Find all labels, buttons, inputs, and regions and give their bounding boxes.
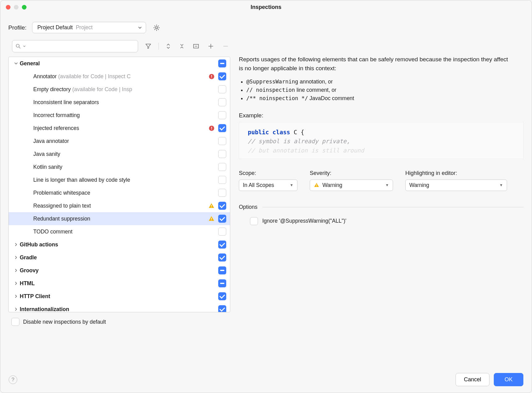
- disclosure-icon: [12, 281, 20, 286]
- inspection-checkbox[interactable]: [218, 150, 226, 158]
- chevron-down-icon: [23, 45, 26, 48]
- search-icon: [15, 43, 21, 49]
- tree-item[interactable]: Incorrect formatting: [9, 109, 230, 122]
- disclosure-icon: [12, 268, 20, 273]
- chevron-down-icon: ▼: [290, 183, 293, 187]
- inspection-checkbox[interactable]: [218, 305, 226, 312]
- inspection-checkbox[interactable]: [218, 176, 226, 184]
- ignore-all-checkbox[interactable]: [250, 217, 258, 225]
- maximize-window-button[interactable]: [22, 5, 27, 10]
- tree-item[interactable]: Empty directory (available for Code | In…: [9, 83, 230, 96]
- highlight-select[interactable]: Warning ▼: [405, 180, 507, 191]
- highlight-label: Highlighting in editor:: [405, 170, 507, 176]
- tree-item-label: Java sanity: [33, 151, 215, 157]
- inspection-checkbox[interactable]: [218, 292, 226, 300]
- inspection-checkbox[interactable]: [218, 124, 226, 132]
- expand-all-button[interactable]: [164, 42, 172, 50]
- tree-item[interactable]: Line is longer than allowed by code styl…: [9, 173, 230, 186]
- svg-rect-5: [211, 77, 212, 78]
- inspection-description: Reports usages of the following elements…: [239, 55, 510, 73]
- minimize-window-button: [14, 5, 18, 10]
- gear-icon: [153, 24, 160, 31]
- search-input[interactable]: [12, 40, 138, 52]
- inspection-checkbox[interactable]: [218, 241, 226, 249]
- profile-settings-button[interactable]: [152, 23, 162, 33]
- tree-item[interactable]: Problematic whitespace: [9, 186, 230, 199]
- inspection-checkbox[interactable]: [218, 253, 226, 261]
- tree-item[interactable]: Injected references: [9, 122, 230, 135]
- scope-select[interactable]: In All Scopes ▼: [239, 180, 297, 191]
- tree-item-label: Annotator (available for Code | Inspect …: [33, 73, 209, 80]
- tree-item[interactable]: Kotlin sanity: [9, 160, 230, 173]
- tree-item-label: Line is longer than allowed by code styl…: [33, 177, 215, 183]
- close-window-button[interactable]: [6, 5, 10, 10]
- filter-button[interactable]: [144, 42, 153, 50]
- tree-item[interactable]: Inconsistent line separators: [9, 96, 230, 109]
- minus-icon: [222, 43, 229, 50]
- help-button[interactable]: ?: [9, 375, 17, 384]
- tree-item[interactable]: TODO comment: [9, 225, 230, 238]
- tree-group-label: Groovy: [20, 267, 215, 274]
- tree-item[interactable]: Redundant suppression: [9, 212, 230, 225]
- inspection-bullets: @SuppressWarning annotation, or// noinsp…: [239, 73, 524, 102]
- inspection-checkbox[interactable]: [218, 279, 226, 287]
- tree-group-label: GitHub actions: [20, 241, 215, 248]
- disable-new-inspections-checkbox[interactable]: [11, 318, 19, 326]
- inspection-checkbox[interactable]: [218, 111, 226, 119]
- collapse-all-button[interactable]: [178, 42, 186, 50]
- tree-group[interactable]: General: [9, 57, 230, 70]
- tree-group[interactable]: Internationalization: [9, 303, 230, 312]
- tree-group[interactable]: HTML: [9, 277, 230, 290]
- cancel-button[interactable]: Cancel: [456, 373, 489, 386]
- add-button[interactable]: [206, 42, 215, 50]
- tree-item[interactable]: Reassigned to plain text: [9, 199, 230, 212]
- tree-group-label: Internationalization: [20, 306, 215, 313]
- inspection-checkbox[interactable]: [218, 72, 226, 80]
- expand-icon: [166, 43, 171, 50]
- reset-button[interactable]: [191, 42, 201, 50]
- profile-subvalue: Project: [76, 24, 92, 31]
- inspection-checkbox[interactable]: [218, 98, 226, 106]
- warning-icon: [314, 182, 319, 188]
- inspection-checkbox[interactable]: [218, 228, 226, 236]
- svg-rect-9: [211, 205, 212, 206]
- svg-rect-11: [211, 218, 212, 219]
- inspection-checkbox[interactable]: [218, 137, 226, 145]
- tree-group-label: General: [20, 60, 215, 67]
- inspection-checkbox[interactable]: [218, 59, 226, 67]
- profile-value: Project Default: [37, 24, 73, 31]
- tree-item-label: Injected references: [33, 125, 209, 132]
- tree-group[interactable]: Groovy: [9, 264, 230, 277]
- ok-button[interactable]: OK: [494, 373, 523, 386]
- svg-rect-4: [211, 75, 212, 77]
- ignore-all-label: Ignore '@SuppressWarning("ALL")': [262, 218, 346, 224]
- inspection-checkbox[interactable]: [218, 215, 226, 223]
- tree-group[interactable]: Gradle: [9, 251, 230, 264]
- severity-label: Severity:: [310, 170, 393, 176]
- tree-item[interactable]: Java sanity: [9, 148, 230, 160]
- tree-group[interactable]: HTTP Client: [9, 290, 230, 303]
- remove-button[interactable]: [221, 42, 230, 50]
- severity-select[interactable]: Warning ▼: [310, 180, 393, 191]
- dialog-footer: ? Cancel OK: [0, 366, 532, 393]
- titlebar: Inspections: [0, 0, 532, 14]
- inspection-checkbox[interactable]: [218, 163, 226, 171]
- tree-item-label: TODO comment: [33, 229, 215, 235]
- tree-toolbar: [8, 38, 230, 57]
- tree-group[interactable]: GitHub actions: [9, 238, 230, 251]
- inspection-checkbox[interactable]: [218, 85, 226, 93]
- inspection-checkbox[interactable]: [218, 202, 226, 210]
- svg-rect-7: [211, 127, 212, 129]
- disclosure-icon: [12, 294, 20, 298]
- inspection-checkbox[interactable]: [218, 266, 226, 274]
- tree-item[interactable]: Java annotator: [9, 135, 230, 148]
- disclosure-icon: [12, 61, 20, 66]
- chevron-down-icon: ▼: [385, 183, 389, 187]
- tree-item-label: Java annotator: [33, 138, 215, 144]
- inspection-checkbox[interactable]: [218, 189, 226, 197]
- tree-item[interactable]: Annotator (available for Code | Inspect …: [9, 70, 230, 83]
- inspections-tree[interactable]: GeneralAnnotator (available for Code | I…: [8, 57, 230, 312]
- profile-select[interactable]: Project Default Project: [32, 22, 146, 33]
- svg-rect-8: [211, 129, 212, 130]
- svg-rect-10: [211, 207, 212, 207]
